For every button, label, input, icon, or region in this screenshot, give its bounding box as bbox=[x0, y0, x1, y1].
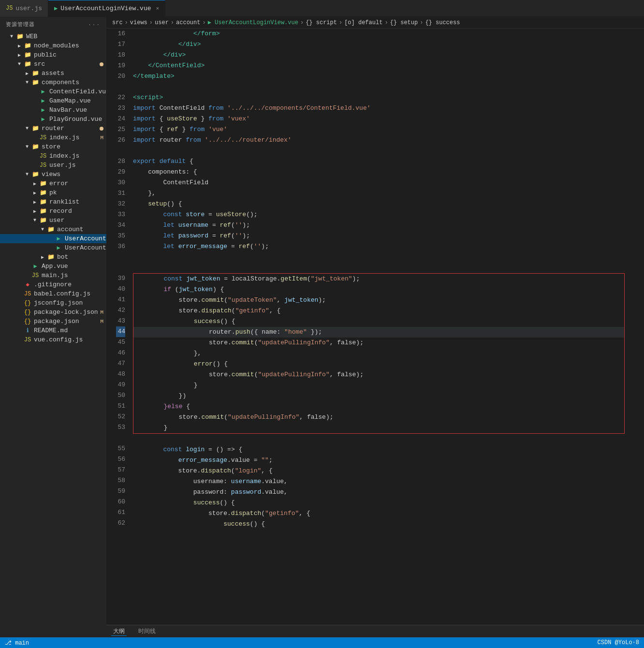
modified-m: M bbox=[100, 319, 103, 324]
sidebar-item-pk[interactable]: ▶ 📁 pk bbox=[0, 188, 106, 197]
sidebar-item-useraccount-login-view[interactable]: ▶ UserAccountLoginView.vue bbox=[0, 234, 106, 243]
sidebar-item-store[interactable]: ▼ 📁 store bbox=[0, 142, 106, 151]
sidebar-item-label: views bbox=[42, 171, 60, 178]
sidebar-item-contentfield-vue[interactable]: ▶ ContentField.vue bbox=[0, 87, 106, 96]
code-line-48: store.commit("updatePullingInfo", false)… bbox=[133, 369, 624, 380]
code-line-16: </form> bbox=[133, 29, 634, 39]
folder-icon: 📁 bbox=[31, 171, 40, 178]
code-line-34: let username = ref(''); bbox=[133, 220, 634, 231]
folder-icon: 📁 bbox=[23, 60, 32, 68]
sidebar-item-public[interactable]: ▶ 📁 public bbox=[0, 50, 106, 59]
sidebar-title: 资源管理器 ··· bbox=[0, 17, 106, 32]
sidebar-item-store-user-js[interactable]: JS user.js bbox=[0, 161, 106, 170]
sidebar-item-user[interactable]: ▼ 📁 user bbox=[0, 216, 106, 225]
tab-useraccount-login[interactable]: ▶ UserAccountLoginView.vue × bbox=[48, 0, 165, 17]
sidebar-item-label: UserAccountRegisterView.vue bbox=[65, 244, 106, 251]
sidebar-item-jsconfig-json[interactable]: {} jsconfig.json bbox=[0, 298, 106, 308]
sidebar-item-label: package-lock.json bbox=[34, 309, 98, 316]
sidebar-item-label: node_modules bbox=[34, 42, 79, 49]
code-editor[interactable]: 16 17 18 19 20 22 23 24 25 26 28 29 30 3… bbox=[106, 29, 644, 625]
sidebar-item-ranklist[interactable]: ▶ 📁 ranklist bbox=[0, 197, 106, 206]
expand-arrow: ▼ bbox=[23, 172, 31, 177]
sidebar-item-label: account bbox=[57, 226, 84, 233]
expand-arrow: ▶ bbox=[31, 190, 39, 196]
code-line-50: }) bbox=[133, 391, 624, 401]
expand-arrow: ▶ bbox=[31, 208, 39, 214]
tab-outline[interactable]: 大纲 bbox=[111, 627, 127, 636]
folder-icon: 📁 bbox=[46, 226, 55, 233]
sidebar-item-label: index.js bbox=[49, 134, 79, 141]
code-line-53: } bbox=[133, 423, 624, 433]
sidebar-item-navbar-vue[interactable]: ▶ NavBar.vue bbox=[0, 105, 106, 115]
sidebar-item-app-vue[interactable]: ▶ App.vue bbox=[0, 262, 106, 271]
json-icon: {} bbox=[23, 309, 32, 316]
code-line-22: <script> bbox=[133, 92, 634, 103]
sidebar-item-label: index.js bbox=[49, 152, 79, 160]
tab-close-button[interactable]: × bbox=[156, 6, 159, 12]
code-line-58: username: username.value, bbox=[133, 476, 634, 487]
folder-icon: 📁 bbox=[39, 180, 47, 187]
tab-timeline[interactable]: 时间线 bbox=[136, 627, 158, 635]
js-icon: JS bbox=[39, 153, 47, 160]
sidebar-dots[interactable]: ··· bbox=[88, 22, 101, 28]
code-line-41: store.commit("updateToken", jwt_token); bbox=[133, 295, 624, 306]
sidebar-item-src[interactable]: ▼ 📁 src bbox=[0, 59, 106, 69]
sidebar-item-components[interactable]: ▼ 📁 components bbox=[0, 78, 106, 87]
editor-area: src › views › user › account › ▶ UserAcc… bbox=[106, 17, 644, 637]
sidebar-item-error[interactable]: ▶ 📁 error bbox=[0, 179, 106, 188]
sidebar-item-label: vue.config.js bbox=[34, 336, 83, 343]
code-line-24: import { useStore } from 'vuex' bbox=[133, 114, 634, 124]
sidebar-item-web[interactable]: ▼ 📁 WEB bbox=[0, 32, 106, 41]
sidebar-item-label: public bbox=[34, 51, 57, 59]
code-line-44: router.push({ name: "home" }); bbox=[133, 327, 624, 338]
code-text[interactable]: </form> </div> </div> </ContentField> </… bbox=[133, 29, 644, 625]
js-icon: JS bbox=[6, 5, 13, 12]
sidebar-item-main-js[interactable]: JS main.js bbox=[0, 271, 106, 280]
sidebar-item-babel-config[interactable]: JS babel.config.js bbox=[0, 289, 106, 298]
modified-m: M bbox=[100, 309, 103, 315]
sidebar-item-account[interactable]: ▼ 📁 account bbox=[0, 225, 106, 234]
folder-icon: 📁 bbox=[23, 42, 32, 49]
sidebar-item-store-index-js[interactable]: JS index.js bbox=[0, 151, 106, 161]
sidebar-item-playground-vue[interactable]: ▶ PlayGround.vue bbox=[0, 115, 106, 124]
sidebar-item-gitignore[interactable]: ◆ .gitignore bbox=[0, 280, 106, 289]
sidebar: 资源管理器 ··· ▼ 📁 WEB ▶ 📁 node_modules ▶ 📁 p… bbox=[0, 17, 106, 637]
sidebar-item-node-modules[interactable]: ▶ 📁 node_modules bbox=[0, 41, 106, 50]
sidebar-item-label: .gitignore bbox=[34, 281, 72, 288]
sidebar-item-gamemap-vue[interactable]: ▶ GameMap.vue bbox=[0, 96, 106, 105]
code-line-21 bbox=[133, 82, 634, 92]
folder-icon: 📁 bbox=[31, 79, 40, 86]
sidebar-item-label: components bbox=[42, 79, 79, 86]
sidebar-item-router[interactable]: ▼ 📁 router bbox=[0, 124, 106, 133]
sidebar-item-router-index-js[interactable]: JS index.js M bbox=[0, 133, 106, 142]
code-line-36: let error_message = ref(''); bbox=[133, 241, 634, 252]
line-numbers: 16 17 18 19 20 22 23 24 25 26 28 29 30 3… bbox=[106, 29, 133, 625]
sidebar-item-package-lock-json[interactable]: {} package-lock.json M bbox=[0, 308, 106, 317]
sidebar-item-views[interactable]: ▼ 📁 views bbox=[0, 170, 106, 179]
code-line-17: </div> bbox=[133, 39, 634, 50]
expand-arrow: ▶ bbox=[39, 254, 46, 260]
tab-user-js[interactable]: JS user.js bbox=[0, 0, 48, 17]
sidebar-item-useraccount-register-view[interactable]: ▶ UserAccountRegisterView.vue bbox=[0, 243, 106, 252]
sidebar-item-vue-config-js[interactable]: JS vue.config.js bbox=[0, 335, 106, 344]
sidebar-item-readme-md[interactable]: ℹ README.md bbox=[0, 326, 106, 335]
code-line-32: setup() { bbox=[133, 199, 634, 209]
json-icon: {} bbox=[23, 300, 32, 307]
modified-m: M bbox=[100, 135, 103, 141]
code-line-43: success() { bbox=[133, 316, 624, 327]
sidebar-item-label: router bbox=[42, 125, 64, 132]
highlight-section: const jwt_token = localStorage.getItem("… bbox=[133, 273, 625, 434]
sidebar-item-label: store bbox=[42, 143, 60, 150]
sidebar-item-bot[interactable]: ▶ 📁 bot bbox=[0, 252, 106, 262]
sidebar-item-label: ContentField.vue bbox=[49, 88, 106, 95]
code-line-33: const store = useStore(); bbox=[133, 209, 634, 220]
folder-icon: 📁 bbox=[15, 33, 24, 40]
sidebar-item-assets[interactable]: ▶ 📁 assets bbox=[0, 69, 106, 78]
folder-icon: 📁 bbox=[39, 217, 47, 224]
sidebar-item-package-json[interactable]: {} package.json M bbox=[0, 317, 106, 326]
folder-icon: 📁 bbox=[23, 51, 32, 59]
code-line-23: import ContentField from '../../../compo… bbox=[133, 103, 634, 114]
sidebar-item-record[interactable]: ▶ 📁 record bbox=[0, 206, 106, 216]
tab-bar: JS user.js ▶ UserAccountLoginView.vue × bbox=[0, 0, 644, 17]
sidebar-item-label: NavBar.vue bbox=[49, 106, 87, 114]
